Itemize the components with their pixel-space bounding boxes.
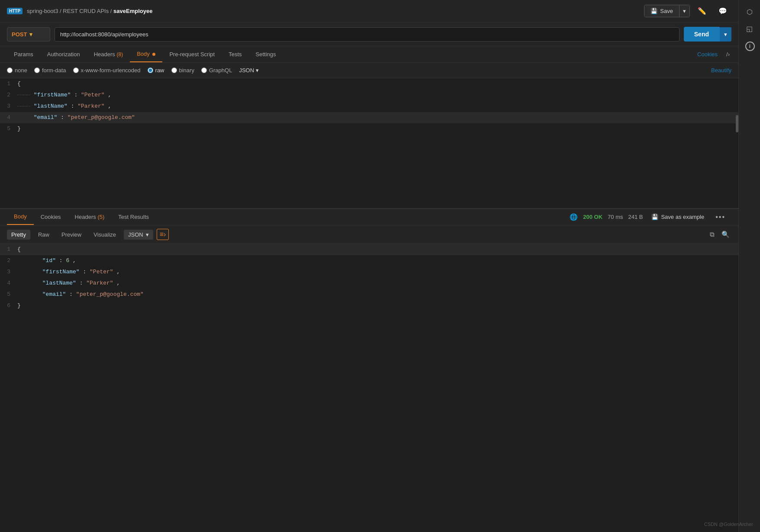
info-icon[interactable]: i xyxy=(745,42,755,51)
body-options-bar: none form-data x-www-form-urlencoded raw… xyxy=(0,63,738,78)
comment-button[interactable]: 💬 xyxy=(714,4,731,18)
radio-binary[interactable] xyxy=(171,67,177,73)
line-num-5: 5 xyxy=(0,123,17,135)
resp-line-6: 6 } xyxy=(0,300,738,311)
status-code: 200 OK xyxy=(583,214,602,220)
response-tab-bar: Body Cookies Headers (5) Test Results 🌐 … xyxy=(0,209,738,225)
header-bar: HTTP spring-boot3 / REST CRUD APIs / sav… xyxy=(0,0,738,22)
response-tab-test-results[interactable]: Test Results xyxy=(111,209,156,224)
resp-key-lastname: "lastName" xyxy=(42,280,76,286)
editor-line-2: 2 "firstName" : "Peter" , xyxy=(0,90,738,101)
json-format-select[interactable]: JSON ▾ xyxy=(239,67,259,74)
method-select[interactable]: POST ▾ xyxy=(7,27,50,42)
option-form-data[interactable]: form-data xyxy=(34,67,66,74)
radio-x-www[interactable] xyxy=(73,67,79,73)
sidebar-icon-1[interactable]: ⬡ xyxy=(742,4,757,19)
format-tab-raw[interactable]: Raw xyxy=(34,230,54,240)
option-raw[interactable]: raw xyxy=(148,67,164,74)
option-binary-label: binary xyxy=(179,67,194,74)
option-none-label: none xyxy=(15,67,27,74)
resp-val-id: 6 xyxy=(66,257,69,264)
save-example-label: Save as example xyxy=(661,214,704,220)
radio-graphql[interactable] xyxy=(201,67,207,73)
resp-format-dropdown: ▾ xyxy=(146,231,149,238)
resp-key-firstname: "firstName" xyxy=(42,269,80,275)
response-status: 🌐 200 OK 70 ms 241 B 💾 Save as example •… xyxy=(570,212,731,223)
format-tab-preview[interactable]: Preview xyxy=(57,230,86,240)
beautify-button[interactable]: Beautify xyxy=(711,67,731,74)
radio-form-data[interactable] xyxy=(34,67,40,73)
resp-headers-badge: (5) xyxy=(97,214,104,220)
resp-line-num-6: 6 xyxy=(0,300,17,311)
editor-scrollbar[interactable] xyxy=(736,115,738,132)
resp-key-email: "email" xyxy=(42,291,66,298)
option-none[interactable]: none xyxy=(7,67,27,74)
breadcrumb-active: saveEmployee xyxy=(113,8,152,14)
tab-authorization[interactable]: Authorization xyxy=(40,47,87,62)
option-x-www[interactable]: x-www-form-urlencoded xyxy=(73,67,141,74)
format-tab-visualize[interactable]: Visualize xyxy=(89,230,120,240)
req-key-email: "email" xyxy=(34,114,58,121)
editor-line-4: 4 "email" : "peter_p@google.com" xyxy=(0,112,738,123)
body-active-dot xyxy=(152,53,155,56)
send-dropdown-button[interactable]: ▾ xyxy=(719,27,731,42)
save-label: Save xyxy=(660,8,673,14)
response-tab-cookies[interactable]: Cookies xyxy=(34,209,68,224)
resp-line-content-2: "id" : 6 , xyxy=(17,255,738,266)
open-brace: { xyxy=(17,80,21,87)
close-brace: } xyxy=(17,125,21,132)
resp-line-5: 5 "email" : "peter_p@google.com" xyxy=(0,289,738,300)
resp-line-3: 3 "firstName" : "Peter" , xyxy=(0,266,738,278)
req-key-firstname: "firstName" xyxy=(34,92,71,98)
option-binary[interactable]: binary xyxy=(171,67,194,74)
editor-line-3: 3 "lastName" : "Parker" , xyxy=(0,101,738,112)
response-size: 241 B xyxy=(628,214,643,220)
format-tab-pretty[interactable]: Pretty xyxy=(7,230,30,240)
more-options-button[interactable]: ••• xyxy=(713,212,728,223)
response-section: Body Cookies Headers (5) Test Results 🌐 … xyxy=(0,208,738,311)
tab-tests[interactable]: Tests xyxy=(222,47,248,62)
save-dropdown-button[interactable]: ▾ xyxy=(679,5,689,17)
tab-params[interactable]: Params xyxy=(7,47,40,62)
req-val-lastname: "Parker" xyxy=(77,103,104,109)
response-tab-body[interactable]: Body xyxy=(7,209,34,225)
response-tab-headers[interactable]: Headers (5) xyxy=(68,209,112,224)
option-graphql-label: GraphQL xyxy=(209,67,232,74)
breadcrumb-sep2: / xyxy=(110,8,113,14)
resp-colon-lastname: : xyxy=(80,280,87,286)
request-editor[interactable]: 1 { 2 "firstName" : "Peter" , 3 "lastNam… xyxy=(0,78,738,208)
search-response-button[interactable]: 🔍 xyxy=(720,229,731,240)
resp-line-1: 1 { xyxy=(0,244,738,255)
copy-response-button[interactable]: ⧉ xyxy=(708,229,716,240)
response-format-select[interactable]: JSON ▾ xyxy=(124,230,153,240)
editor-line-1: 1 { xyxy=(0,78,738,90)
resp-comma-id: , xyxy=(73,257,76,264)
save-as-example-button[interactable]: 💾 Save as example xyxy=(648,212,708,222)
resp-colon-email: : xyxy=(69,291,76,298)
resp-comma-fn: , xyxy=(116,269,120,275)
tab-bar-collapse[interactable]: /› xyxy=(725,47,731,62)
line-num-3: 3 xyxy=(0,101,17,112)
radio-raw[interactable] xyxy=(148,67,153,73)
wrap-icon[interactable]: ≡› xyxy=(157,229,169,240)
send-button[interactable]: Send xyxy=(684,27,719,42)
save-button[interactable]: 💾 Save xyxy=(644,5,679,17)
resp-line-content-1: { xyxy=(17,244,738,255)
tab-settings[interactable]: Settings xyxy=(249,47,283,62)
tab-headers[interactable]: Headers (8) xyxy=(87,47,130,62)
tab-pre-request[interactable]: Pre-request Script xyxy=(162,47,222,62)
option-graphql[interactable]: GraphQL xyxy=(201,67,232,74)
cookies-link[interactable]: Cookies xyxy=(690,47,725,62)
response-time: 70 ms xyxy=(608,214,623,220)
resp-line-content-3: "firstName" : "Peter" , xyxy=(17,266,738,278)
edit-button[interactable]: ✏️ xyxy=(693,4,711,18)
resp-val-firstname: "Peter" xyxy=(90,269,113,275)
radio-none[interactable] xyxy=(7,67,13,73)
line-num-1: 1 xyxy=(0,78,17,90)
breadcrumb-part2: REST CRUD APIs xyxy=(63,8,109,14)
sidebar-icon-info[interactable]: i xyxy=(742,38,757,54)
req-val-email: "peter_p@google.com" xyxy=(68,114,135,121)
tab-body[interactable]: Body xyxy=(130,46,162,62)
url-input[interactable] xyxy=(55,27,679,42)
sidebar-icon-2[interactable]: ◱ xyxy=(742,21,757,36)
